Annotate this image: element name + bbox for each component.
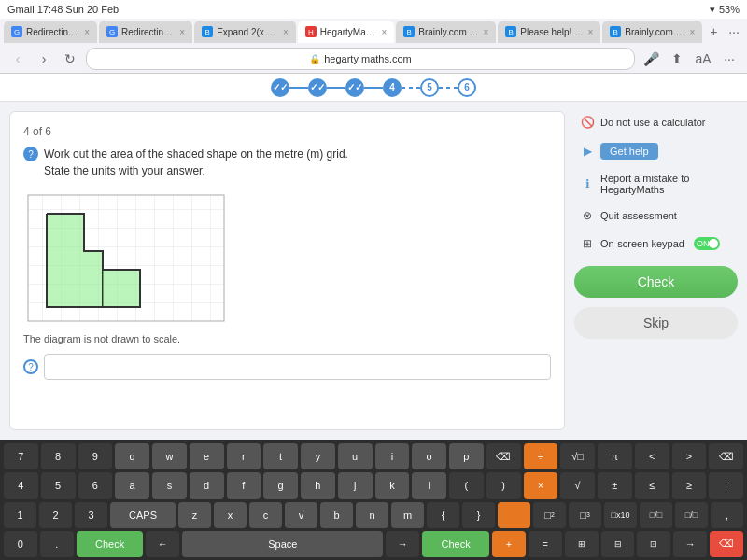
key-e[interactable]: e [190, 443, 224, 469]
answer-input[interactable] [44, 354, 551, 380]
key-check-right[interactable]: Check [422, 531, 489, 557]
key-mat1[interactable]: ⊞ [565, 531, 599, 557]
key-x10[interactable]: □x10 [604, 502, 637, 528]
key-empty1[interactable] [498, 502, 530, 528]
key-colon[interactable]: : [709, 472, 743, 498]
key-mat2[interactable]: ⊟ [601, 531, 635, 557]
key-equals[interactable]: = [529, 531, 562, 557]
key-4[interactable]: 4 [4, 472, 38, 498]
key-sq3[interactable]: □3 [569, 502, 601, 528]
key-l[interactable]: l [412, 472, 446, 498]
key-right-arrow[interactable]: → [386, 531, 419, 557]
key-multiply[interactable]: × [524, 472, 558, 498]
more-button[interactable]: ··· [719, 49, 740, 69]
tab-brainly1[interactable]: B Brainly.com -... × [396, 21, 496, 43]
key-b[interactable]: b [320, 502, 353, 528]
sidebar-report[interactable]: ℹ Report a mistake to HegartyMaths [574, 169, 738, 199]
key-v[interactable]: v [285, 502, 317, 528]
tab-close[interactable]: × [381, 27, 387, 37]
key-delete[interactable]: ⌫ [710, 531, 743, 557]
key-mat3[interactable]: ⊡ [637, 531, 670, 557]
key-h[interactable]: h [301, 472, 335, 498]
key-1[interactable]: 1 [4, 502, 36, 528]
toggle-container[interactable]: ON [694, 237, 720, 250]
key-plusminus[interactable]: ± [598, 472, 632, 498]
toggle[interactable]: ON [694, 237, 720, 250]
key-gte[interactable]: ≥ [672, 472, 707, 498]
key-frac2[interactable]: □/□ [675, 502, 708, 528]
key-p[interactable]: p [449, 443, 484, 469]
key-lbrace[interactable]: { [427, 502, 459, 528]
key-left-arrow[interactable]: ← [146, 531, 179, 557]
key-z[interactable]: z [178, 502, 211, 528]
key-k[interactable]: k [375, 472, 410, 498]
key-x[interactable]: x [214, 502, 247, 528]
tab-gmail2[interactable]: G Redirecting... × [99, 21, 192, 43]
key-y[interactable]: y [301, 443, 335, 469]
tab-close[interactable]: × [283, 27, 289, 37]
key-plus[interactable]: + [492, 531, 526, 557]
key-6[interactable]: 6 [78, 472, 113, 498]
key-dot[interactable]: . [40, 531, 74, 557]
share-button[interactable]: ⬆ [667, 49, 687, 69]
key-lparen[interactable]: ( [449, 472, 484, 498]
mic-button[interactable]: 🎤 [641, 49, 661, 69]
key-u[interactable]: u [338, 443, 373, 469]
key-2[interactable]: 2 [39, 502, 72, 528]
key-f[interactable]: f [227, 472, 261, 498]
key-t[interactable]: t [263, 443, 298, 469]
key-backspace1[interactable]: ⌫ [486, 443, 521, 469]
tab-close[interactable]: × [483, 27, 488, 37]
key-rbrace[interactable]: } [462, 502, 495, 528]
key-9[interactable]: 9 [78, 443, 113, 469]
sidebar-quit[interactable]: ⊗ Quit assessment [574, 204, 738, 227]
key-lte[interactable]: ≤ [635, 472, 669, 498]
key-gt[interactable]: > [672, 443, 707, 469]
key-check-left[interactable]: Check [77, 531, 144, 557]
key-7[interactable]: 7 [4, 443, 38, 469]
key-8[interactable]: 8 [41, 443, 76, 469]
key-q[interactable]: q [115, 443, 149, 469]
key-n[interactable]: n [356, 502, 388, 528]
aa-button[interactable]: aA [693, 49, 713, 69]
key-sq2[interactable]: □2 [533, 502, 566, 528]
sidebar-get-help[interactable]: ▶ Get help [574, 139, 738, 163]
url-bar[interactable]: 🔒 hegarty maths.com [86, 48, 635, 70]
key-c[interactable]: c [249, 502, 282, 528]
key-r[interactable]: r [227, 443, 261, 469]
tab-hegartymaths[interactable]: H HegartyMaths × [298, 21, 394, 43]
check-button[interactable]: Check [574, 266, 738, 298]
key-sqrt[interactable]: √ [560, 472, 595, 498]
key-s[interactable]: s [152, 472, 187, 498]
tab-close[interactable]: × [84, 27, 90, 37]
key-j[interactable]: j [338, 472, 373, 498]
key-pi[interactable]: π [598, 443, 632, 469]
new-tab-button[interactable]: + [704, 22, 723, 41]
key-d[interactable]: d [190, 472, 224, 498]
key-divide[interactable]: ÷ [524, 443, 558, 469]
key-caps[interactable]: CAPS [110, 502, 176, 528]
key-space[interactable]: Space [182, 531, 383, 557]
get-help-button[interactable]: Get help [600, 143, 658, 160]
key-right-arrow2[interactable]: → [673, 531, 707, 557]
tab-expand[interactable]: B Expand 2(x +... × [194, 21, 296, 43]
tab-gmail1[interactable]: G Redirecting... × [4, 21, 97, 43]
key-rparen[interactable]: ) [486, 472, 521, 498]
tab-brainly2[interactable]: B Brainly.com -... × [602, 21, 702, 43]
more-tabs-button[interactable]: ··· [725, 22, 743, 41]
key-sqrt-box[interactable]: √□ [560, 443, 595, 469]
key-frac1[interactable]: □/□ [640, 502, 672, 528]
key-backspace2[interactable]: ⌫ [709, 443, 743, 469]
tab-pleasehelp[interactable]: B Please help! It... × [498, 21, 600, 43]
key-0[interactable]: 0 [4, 531, 37, 557]
key-o[interactable]: o [412, 443, 446, 469]
tab-close[interactable]: × [587, 27, 593, 37]
key-5[interactable]: 5 [41, 472, 76, 498]
skip-button[interactable]: Skip [574, 307, 738, 339]
key-3[interactable]: 3 [75, 502, 107, 528]
tab-close[interactable]: × [689, 27, 695, 37]
tab-close[interactable]: × [179, 27, 185, 37]
reload-button[interactable]: ↻ [60, 49, 80, 69]
key-a[interactable]: a [115, 472, 149, 498]
back-button[interactable]: ‹ [7, 49, 28, 69]
